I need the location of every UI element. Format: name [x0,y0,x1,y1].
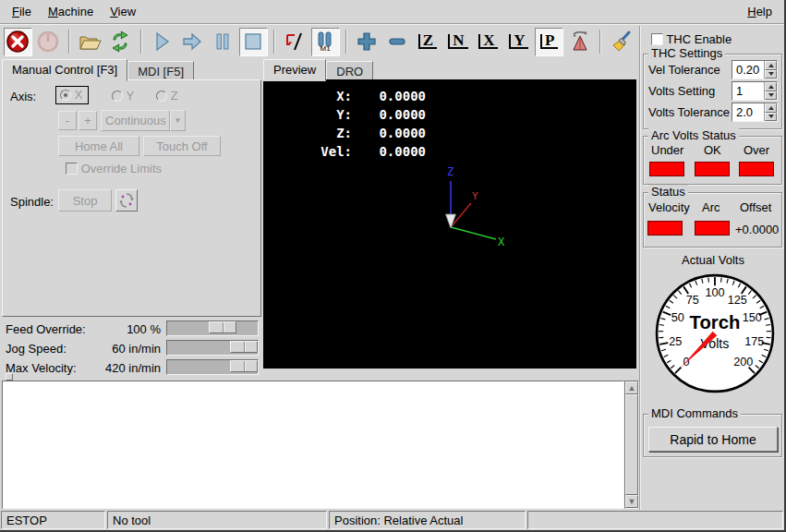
rapid-to-home-button[interactable]: Rapid to Home [648,427,778,452]
scrollbar-thumb[interactable] [625,394,638,495]
thc-enable-box-icon [651,33,663,45]
under-led [649,162,684,176]
spindle-stop-button[interactable]: Stop [58,189,112,212]
message-textarea[interactable] [2,381,624,509]
run-button[interactable] [148,28,176,56]
scroll-up-icon[interactable]: ▲ [625,381,638,394]
message-scrollbar[interactable]: ▲ ▼ [624,381,639,509]
radio-y-icon [112,91,123,102]
manual-tabs: Manual Control [F3] MDI [F5] [2,59,194,80]
spin-arrows-icon[interactable] [764,82,777,100]
position-status: Position: Relative Actual [329,511,526,529]
tab-preview[interactable]: Preview [263,59,326,81]
combobox-arrow-icon[interactable]: ▼ [170,110,186,131]
status-spacer [527,511,783,529]
rotate-view-button[interactable] [565,28,594,56]
axis-x-label: X [498,236,505,248]
jog-minus-button[interactable]: - [58,111,77,130]
svg-text:150: 150 [743,311,762,324]
volts-tolerance-spinbox[interactable]: 2.0 [732,103,778,122]
run-from-line-button[interactable] [281,28,309,56]
svg-text:75: 75 [686,294,699,307]
spindle-brake-button[interactable] [115,189,138,212]
axis-radio-x[interactable]: X [56,87,88,103]
touch-off-button[interactable]: Touch Off [143,136,221,156]
arc-led [695,221,730,236]
toolbar: M1 Z N X Y P [0,25,639,58]
vel-tolerance-spinbox[interactable]: 0.20 [732,60,778,79]
radio-x-icon [60,90,71,101]
tab-dro[interactable]: DRO [326,61,373,80]
menu-help[interactable]: Help [739,2,780,21]
offset-label: Offset [740,200,771,214]
view-z-rotated-button[interactable]: N [443,28,472,56]
svg-text:100: 100 [705,286,724,299]
axis-radio-z[interactable]: Z [156,89,178,103]
under-label: Under [651,143,683,157]
open-file-button[interactable] [76,28,104,56]
thc-panel: THC Enable THC Settings Vel Tolerance 0.… [639,26,786,510]
arc-volts-status-title: Arc Volts Status [648,128,739,142]
spin-arrows-icon[interactable] [764,61,777,79]
status-title: Status [648,185,688,199]
step-arrow-icon [180,30,204,54]
max-velocity-handle[interactable] [230,360,258,372]
feed-override-slider[interactable] [166,320,259,336]
spin-arrows-icon[interactable] [764,103,777,121]
toolbar-separator [599,30,601,54]
menu-bar: File Machine View Help [0,0,784,24]
step-button[interactable] [178,28,207,56]
view-y-button[interactable]: Y [504,28,533,56]
view-x-button[interactable]: X [474,28,502,56]
view-z-button[interactable]: Z [413,28,441,56]
pause-icon [211,30,235,54]
feed-override-handle[interactable] [209,321,236,333]
max-velocity-slider[interactable] [166,359,259,375]
tab-manual-control[interactable]: Manual Control [F3] [2,59,127,81]
dro-readout: X:0.0000 Y:0.0000 Z:0.0000 Vel:0.0000 [282,87,426,161]
thc-enable-checkbox[interactable]: THC Enable [651,32,732,46]
toolbar-separator [140,30,142,54]
status-group: Status Velocity Arc Offset +0.0000 [643,192,782,248]
run-from-line-icon [283,30,307,54]
tab-mdi[interactable]: MDI [F5] [127,61,194,80]
jog-speed-slider[interactable] [166,340,259,356]
machine-power-button[interactable] [34,28,63,56]
jog-speed-handle[interactable] [230,341,258,353]
preview-canvas[interactable]: X:0.0000 Y:0.0000 Z:0.0000 Vel:0.0000 Z … [263,79,636,369]
volts-setting-spinbox[interactable]: 1 [732,81,778,101]
menu-view[interactable]: View [102,2,144,21]
override-limits-checkbox[interactable]: Override Limits [66,162,162,175]
home-all-button[interactable]: Home All [58,136,139,156]
jog-mode-combobox[interactable]: Continuous ▼ [101,110,186,131]
scroll-down-icon[interactable]: ▼ [625,495,638,508]
max-velocity-label: Max Velocity: [6,361,77,375]
optional-stop-button[interactable]: M1 [311,28,340,56]
jog-plus-button[interactable]: + [79,111,97,130]
status-bar: ESTOP No tool Position: Relative Actual [0,510,784,530]
thc-settings-title: THC Settings [648,46,725,60]
feed-override-label: Feed Override: [6,322,86,336]
estop-button[interactable] [4,28,32,56]
menu-machine[interactable]: Machine [40,2,102,21]
menu-file[interactable]: File [4,2,40,21]
reload-button[interactable] [106,28,135,56]
axis-radio-y[interactable]: Y [112,89,134,103]
over-label: Over [744,143,769,157]
thc-settings-group: THC Settings Vel Tolerance 0.20 Volts Se… [643,54,782,129]
mdi-commands-group: MDI Commands Rapid to Home [643,414,782,457]
spindle-label: Spindle: [10,195,54,209]
stop-button[interactable] [239,28,268,56]
volts-setting-label: Volts Setting [648,84,715,98]
view-perspective-button[interactable]: P [535,28,563,56]
pause-button[interactable] [209,28,237,56]
minus-button[interactable] [382,28,411,56]
view-z-rotated-icon: N [448,34,467,49]
axis-label: Axis: [10,90,36,103]
machine-power-icon [36,30,60,54]
broom-icon [610,30,634,54]
pane-resize-grip[interactable] [6,373,13,381]
clear-plot-button[interactable] [607,28,635,56]
mdi-commands-title: MDI Commands [648,406,741,420]
plus-button[interactable] [353,28,381,56]
